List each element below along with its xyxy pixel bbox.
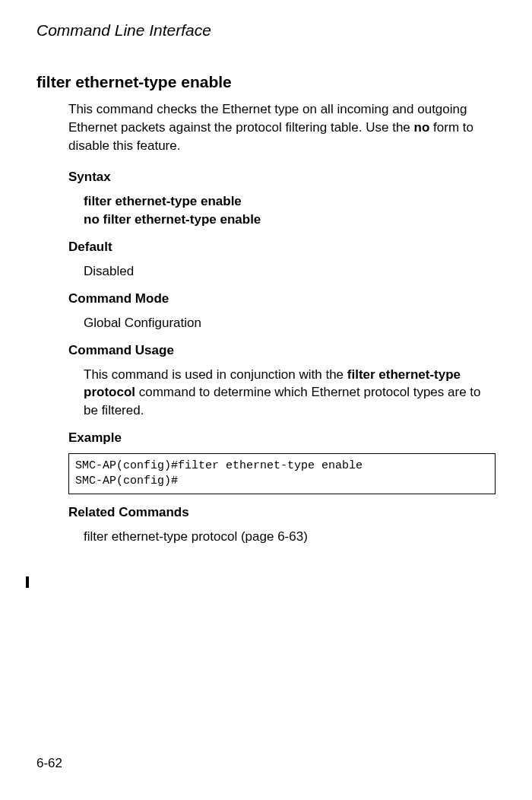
syntax-heading: Syntax [68,170,496,185]
example-heading: Example [68,430,496,446]
usage-after-bold: command to determine which Ethernet prot… [84,385,481,417]
command-description: This command checks the Ethernet type on… [68,100,496,154]
example-code-box: SMC-AP(config)#filter ethernet-type enab… [68,453,496,495]
description-text-before: This command checks the Ethernet type on… [68,102,467,135]
syntax-block: filter ethernet-type enable no filter et… [84,192,496,229]
syntax-line-1: filter ethernet-type enable [84,194,242,208]
usage-before-bold: This command is used in conjunction with… [84,367,347,382]
page-number: 6-62 [36,756,62,771]
related-commands-heading: Related Commands [68,505,496,520]
change-bar-marker [26,576,29,588]
command-usage-text: This command is used in conjunction with… [84,366,496,420]
command-usage-heading: Command Usage [68,343,496,358]
command-mode-value: Global Configuration [84,314,496,332]
command-name-heading: filter ethernet-type enable [36,73,496,91]
default-heading: Default [68,240,496,255]
related-commands-text: filter ethernet-type protocol (page 6-63… [84,528,496,546]
command-mode-heading: Command Mode [68,291,496,306]
default-value: Disabled [84,262,496,281]
page-header-title: Command Line Interface [36,21,496,40]
description-bold-no: no [414,120,430,135]
syntax-line-2: no filter ethernet-type enable [84,212,261,227]
